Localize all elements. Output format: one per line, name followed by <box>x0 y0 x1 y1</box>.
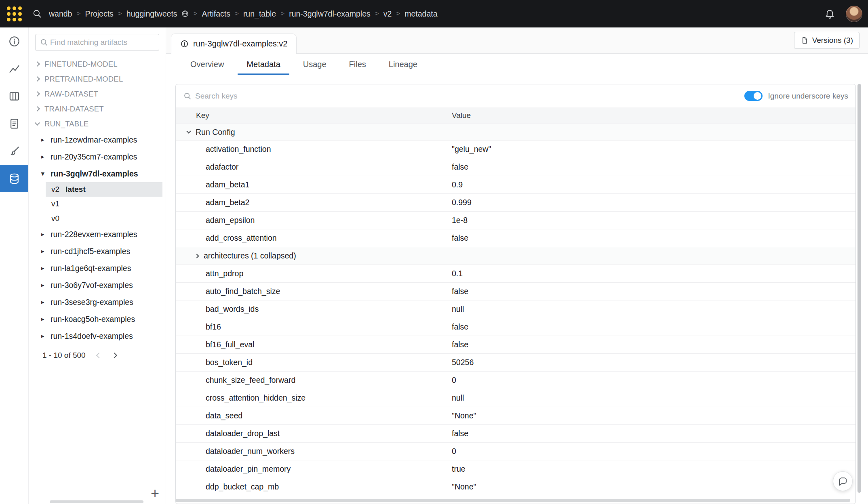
vertical-scrollbar[interactable] <box>857 84 861 493</box>
notifications-bell-icon[interactable] <box>824 8 835 19</box>
key-label: bos_token_id <box>206 358 253 367</box>
column-header-key: Key <box>176 111 452 120</box>
tree-item-run-koacg5oh-examples[interactable]: ▸run-koacg5oh-examples <box>29 311 166 328</box>
search-keys-input[interactable] <box>195 92 349 101</box>
tree-version-v1[interactable]: v1 <box>46 197 162 211</box>
triangle-right-icon: ▸ <box>41 281 47 289</box>
metadata-row-adam-epsilon: adam_epsilon1e-8 <box>176 211 855 229</box>
breadcrumb-wandb[interactable]: wandb <box>49 9 72 19</box>
artifacts-sidebar: FINETUNED-MODELPRETRAINED-MODELRAW-DATAS… <box>29 27 166 504</box>
metadata-row-data-seed: data_seed"None" <box>176 407 855 424</box>
value-label: 0.1 <box>452 269 855 278</box>
globe-icon <box>181 10 189 18</box>
key-label: adam_beta2 <box>206 198 249 207</box>
tree-item-label: run-1s4doefv-examples <box>51 332 133 341</box>
breadcrumb-projects[interactable]: Projects <box>85 9 113 19</box>
value-label: false <box>452 322 855 332</box>
nav-artifacts-database-icon[interactable] <box>0 165 28 192</box>
artifact-tabs: OverviewMetadataUsageFilesLineage <box>166 54 868 75</box>
versions-button[interactable]: Versions (3) <box>794 32 860 49</box>
tree-item-run-1s4doefv-examples[interactable]: ▸run-1s4doefv-examples <box>29 328 166 344</box>
key-label: adam_epsilon <box>206 216 255 225</box>
tab-lineage[interactable]: Lineage <box>377 54 429 75</box>
tree-item-label: PRETRAINED-MODEL <box>44 75 123 84</box>
breadcrumb-run-table[interactable]: run_table <box>243 9 276 19</box>
nav-workspace-chart-icon[interactable] <box>0 55 28 82</box>
value-label: true <box>452 464 855 474</box>
add-artifact-button[interactable]: + <box>151 486 159 501</box>
metadata-row-dataloader-pin-memory: dataloader_pin_memorytrue <box>176 460 855 478</box>
metadata-row-add-cross-attention: add_cross_attentionfalse <box>176 229 855 247</box>
artifact-version-tab[interactable]: run-3gqlw7dl-examples:v2 <box>171 34 297 54</box>
breadcrumb-run-3gqlw7dl-examples[interactable]: run-3gqlw7dl-examples <box>289 9 371 19</box>
tab-overview[interactable]: Overview <box>179 54 235 75</box>
value-label: false <box>452 287 855 296</box>
tree-item-run-228evxem-examples[interactable]: ▸run-228evxem-examples <box>29 226 166 243</box>
tree-item-run-table[interactable]: RUN_TABLE <box>29 116 166 131</box>
chat-button[interactable] <box>833 471 853 491</box>
breadcrumb-v2[interactable]: v2 <box>383 9 392 19</box>
tab-metadata[interactable]: Metadata <box>235 54 291 75</box>
key-label: Run Config <box>196 128 235 137</box>
search-icon[interactable] <box>32 8 42 19</box>
tree-item-raw-dataset[interactable]: RAW-DATASET <box>29 86 166 101</box>
value-label: false <box>452 162 855 172</box>
triangle-down-icon: ▾ <box>41 170 47 177</box>
chevron-right-icon <box>35 91 40 97</box>
metadata-panel: Ignore underscore keys Key Value Run Con… <box>175 84 856 504</box>
chevron-down-icon <box>35 120 40 126</box>
triangle-right-icon: ▸ <box>41 231 47 238</box>
horizontal-scrollbar[interactable] <box>175 499 850 502</box>
breadcrumb-metadata[interactable]: metadata <box>405 9 437 19</box>
tree-item-run-la1ge6qt-examples[interactable]: ▸run-la1ge6qt-examples <box>29 260 166 277</box>
value-label: 0 <box>452 376 855 385</box>
artifact-search-box <box>35 34 159 51</box>
nav-reports-icon[interactable] <box>0 110 28 137</box>
breadcrumb: wandb>Projects>huggingtweets>Artifacts>r… <box>49 9 438 19</box>
value-label: false <box>452 233 855 243</box>
tree-item-run-20y35cm7-examples[interactable]: ▸run-20y35cm7-examples <box>29 148 166 165</box>
tree-item-finetuned-model[interactable]: FINETUNED-MODEL <box>29 57 166 71</box>
avatar[interactable] <box>846 6 862 22</box>
tree-item-label: run-3o6y7vof-examples <box>51 281 133 290</box>
breadcrumb-huggingtweets[interactable]: huggingtweets <box>126 9 177 19</box>
nav-brush-icon[interactable] <box>0 137 28 165</box>
tree-item-label: TRAIN-DATASET <box>44 105 104 113</box>
magnifier-icon <box>32 8 42 19</box>
triangle-right-icon: ▸ <box>41 265 47 272</box>
wandb-logo[interactable] <box>0 0 29 27</box>
tree-item-label: run-la1ge6qt-examples <box>51 264 131 273</box>
artifact-search-input[interactable] <box>50 38 155 47</box>
column-header-value: Value <box>452 111 855 120</box>
tree-item-run-1zewdmar-examples[interactable]: ▸run-1zewdmar-examples <box>29 131 166 148</box>
tab-usage[interactable]: Usage <box>292 54 338 75</box>
tab-files[interactable]: Files <box>338 54 377 75</box>
metadata-row-bf16-full-eval: bf16_full_evalfalse <box>176 336 855 353</box>
metadata-row-ddp-bucket-cap-mb: ddp_bucket_cap_mb"None" <box>176 478 855 496</box>
sidebar-horizontal-scrollbar[interactable] <box>50 500 143 503</box>
nav-table-icon[interactable] <box>0 82 28 110</box>
prev-page-icon[interactable] <box>97 353 101 357</box>
tree-item-run-3o6y7vof-examples[interactable]: ▸run-3o6y7vof-examples <box>29 277 166 294</box>
tree-item-train-dataset[interactable]: TRAIN-DATASET <box>29 101 166 116</box>
value-label: false <box>452 429 855 438</box>
tree-item-label: v1 <box>51 200 59 208</box>
tree-item-run-3sese3rg-examples[interactable]: ▸run-3sese3rg-examples <box>29 294 166 311</box>
breadcrumb-separator: > <box>194 10 198 18</box>
chat-bubble-icon <box>838 476 848 487</box>
next-page-icon[interactable] <box>112 353 116 357</box>
breadcrumb-artifacts[interactable]: Artifacts <box>202 9 230 19</box>
key-label: bf16 <box>206 322 221 332</box>
metadata-group-run-config[interactable]: Run Config <box>176 124 855 140</box>
tree-item-run-3gqlw7dl-examples[interactable]: ▾run-3gqlw7dl-examples <box>29 165 166 182</box>
tree-version-v0[interactable]: v0 <box>46 211 162 226</box>
chevron-right-icon <box>35 61 40 67</box>
ignore-underscore-label: Ignore underscore keys <box>768 92 848 101</box>
version-alias-tag: latest <box>65 185 86 194</box>
ignore-underscore-toggle[interactable] <box>744 91 763 101</box>
tree-version-v2[interactable]: v2latest <box>46 182 162 197</box>
tree-item-run-cd1jhcf5-examples[interactable]: ▸run-cd1jhcf5-examples <box>29 243 166 260</box>
nav-info-icon[interactable] <box>0 27 28 55</box>
metadata-group-architectures-1-collapsed[interactable]: architectures (1 collapsed) <box>176 247 855 265</box>
tree-item-pretrained-model[interactable]: PRETRAINED-MODEL <box>29 71 166 86</box>
